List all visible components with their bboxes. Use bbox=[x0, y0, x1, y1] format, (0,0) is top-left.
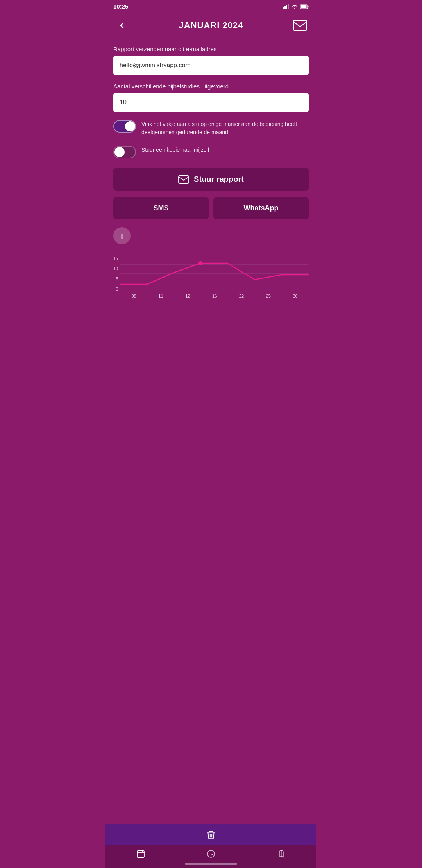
chart-x-22: 22 bbox=[228, 294, 255, 298]
home-indicator bbox=[185, 863, 237, 865]
delete-icon bbox=[206, 830, 216, 840]
chart-y-10: 10 bbox=[113, 266, 118, 271]
chart-x-11: 11 bbox=[147, 294, 174, 298]
uren-icon bbox=[206, 848, 216, 859]
participation-toggle[interactable] bbox=[113, 120, 136, 133]
chart-x-25: 25 bbox=[255, 294, 282, 298]
chart-x-16: 16 bbox=[201, 294, 228, 298]
bijbelstudies-icon bbox=[276, 848, 287, 859]
chart-x-08: 08 bbox=[120, 294, 147, 298]
svg-rect-2 bbox=[286, 5, 287, 9]
share-buttons: SMS WhatsApp bbox=[113, 197, 309, 219]
svg-rect-5 bbox=[308, 5, 309, 7]
chart-area: 15 10 5 0 bbox=[113, 252, 309, 306]
participation-toggle-thumb bbox=[125, 121, 135, 131]
main-content: Rapport verzenden naar dit e-mailadres A… bbox=[106, 42, 316, 361]
send-button-label: Stuur rapport bbox=[194, 175, 244, 184]
email-icon bbox=[293, 20, 307, 31]
back-arrow-icon bbox=[117, 21, 127, 30]
header: JANUARI 2024 bbox=[106, 13, 316, 42]
status-icons bbox=[283, 4, 309, 9]
signal-icon bbox=[283, 4, 289, 9]
info-row: i bbox=[113, 227, 309, 244]
svg-rect-6 bbox=[301, 5, 307, 8]
svg-rect-0 bbox=[283, 7, 284, 9]
participation-toggle-track[interactable] bbox=[113, 120, 136, 133]
participation-toggle-label: Vink het vakje aan als u op enige manier… bbox=[141, 120, 309, 136]
svg-rect-8 bbox=[179, 176, 189, 183]
chart-svg bbox=[120, 256, 309, 291]
page-title: JANUARI 2024 bbox=[179, 20, 243, 30]
studies-label: Aantal verschillende bijbelstudies uitge… bbox=[113, 83, 309, 90]
wifi-icon bbox=[291, 4, 298, 9]
chart-y-5: 5 bbox=[113, 276, 118, 281]
copy-toggle-thumb bbox=[114, 147, 125, 157]
svg-rect-1 bbox=[284, 6, 286, 9]
chart-x-30: 30 bbox=[282, 294, 309, 298]
svg-rect-15 bbox=[137, 851, 144, 857]
svg-rect-7 bbox=[293, 20, 307, 30]
chart-y-15: 15 bbox=[113, 256, 118, 261]
sms-button[interactable]: SMS bbox=[113, 197, 209, 219]
chart-peak-dot bbox=[198, 261, 202, 265]
participation-toggle-row: Vink het vakje aan als u op enige manier… bbox=[113, 120, 309, 136]
copy-toggle-track[interactable] bbox=[113, 146, 136, 158]
email-label: Rapport verzenden naar dit e-mailadres bbox=[113, 46, 309, 52]
email-input[interactable] bbox=[113, 56, 309, 75]
status-bar: 10:25 bbox=[106, 0, 316, 13]
studies-input[interactable] bbox=[113, 93, 309, 112]
svg-rect-3 bbox=[288, 4, 289, 9]
delete-bar[interactable] bbox=[106, 824, 316, 845]
copy-toggle-row: Stuur een kopie naar mijzelf bbox=[113, 146, 309, 158]
email-header-button[interactable] bbox=[291, 17, 309, 34]
whatsapp-button[interactable]: WhatsApp bbox=[213, 197, 309, 219]
send-report-button[interactable]: Stuur rapport bbox=[113, 168, 309, 191]
copy-toggle-label: Stuur een kopie naar mijzelf bbox=[141, 146, 309, 154]
chart-x-12: 12 bbox=[174, 294, 201, 298]
chart-y-0: 0 bbox=[113, 287, 118, 291]
copy-toggle[interactable] bbox=[113, 146, 136, 158]
back-button[interactable] bbox=[113, 17, 131, 34]
svg-line-21 bbox=[211, 854, 213, 855]
dag-icon bbox=[135, 848, 146, 859]
info-button[interactable]: i bbox=[113, 227, 131, 244]
battery-icon bbox=[300, 4, 309, 9]
time-display: 10:25 bbox=[113, 3, 128, 10]
send-icon bbox=[178, 175, 189, 184]
